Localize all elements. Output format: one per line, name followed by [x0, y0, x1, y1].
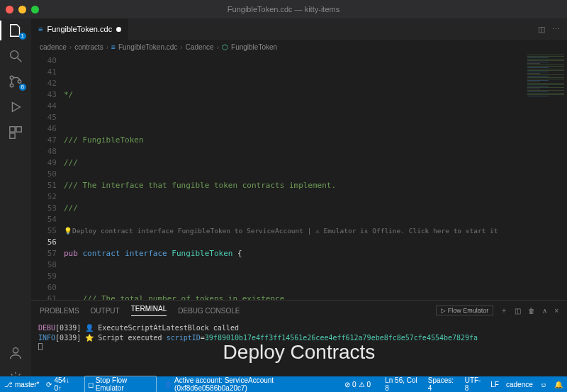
more-actions-icon[interactable]: ⋯ [552, 25, 560, 34]
git-sync[interactable]: ⟳454↓ 0↑ [46, 376, 77, 392]
codelens-hint[interactable]: 💡Deploy contract interface FungibleToken… [64, 225, 567, 237]
tab-problems[interactable]: PROBLEMS [40, 307, 79, 315]
main-area: 1 8 ≡ FungibleToken.cdc [0, 18, 567, 392]
svg-point-3 [10, 84, 13, 87]
breadcrumb-item[interactable]: contracts [74, 43, 103, 51]
tab-actions: ◫ ⋯ [538, 25, 567, 34]
svg-point-2 [10, 76, 13, 79]
code-editor[interactable]: 4041424344454647484950515253545556575859… [31, 54, 567, 300]
breadcrumb-item[interactable]: FungibleToken [231, 43, 277, 51]
language-mode[interactable]: cadence [506, 381, 533, 388]
stop-emulator-button[interactable]: ◻ Stop Flow Emulator [84, 376, 157, 392]
tab-terminal[interactable]: TERMINAL [131, 305, 167, 316]
feedback-icon[interactable]: ☺ [540, 381, 547, 388]
split-editor-icon[interactable]: ◫ [538, 25, 545, 34]
panel-tabs: PROBLEMS OUTPUT TERMINAL DEBUG CONSOLE ▷… [31, 301, 567, 320]
maximize-panel-icon[interactable]: ∧ [542, 307, 547, 315]
svg-rect-6 [16, 127, 21, 132]
close-panel-icon[interactable]: × [554, 307, 558, 315]
breadcrumb[interactable]: cadence› contracts› ≡FungibleToken.cdc› … [31, 40, 567, 54]
window-title: FungibleToken.cdc — kitty-items [0, 5, 567, 13]
minimap[interactable] [524, 54, 567, 300]
sync-icon: ⟳ [46, 381, 52, 388]
breadcrumb-item[interactable]: FungibleToken.cdc [118, 43, 177, 51]
svg-rect-7 [10, 133, 15, 138]
svg-point-8 [13, 348, 18, 353]
notifications-icon[interactable]: 🔔 [554, 381, 563, 388]
svg-line-1 [18, 58, 22, 62]
extensions-icon[interactable] [8, 125, 23, 140]
scm-badge: 8 [19, 84, 26, 91]
active-account[interactable]: 👤Active account: ServiceAccount (0xf8d6e… [164, 376, 337, 392]
editor-tabs: ≡ FungibleToken.cdc ◫ ⋯ [31, 18, 567, 40]
tab-output[interactable]: OUTPUT [91, 307, 120, 315]
explorer-badge: 1 [19, 33, 26, 40]
explorer-icon[interactable]: 1 [8, 23, 23, 38]
dirty-indicator [116, 27, 121, 32]
errors-status[interactable]: ⊘0 ⚠0 [344, 381, 371, 388]
split-terminal-icon[interactable]: ◫ [515, 307, 521, 315]
svg-point-0 [11, 51, 18, 59]
file-icon: ≡ [38, 25, 43, 33]
activity-bar: 1 8 [0, 18, 31, 392]
person-icon: 👤 [164, 381, 172, 388]
warning-icon: ⚠ [359, 381, 365, 388]
account-icon[interactable] [8, 345, 23, 361]
presentation-overlay: Deploy Contracts [31, 341, 567, 364]
svg-rect-5 [10, 127, 15, 132]
branch-icon: ⎇ [4, 381, 13, 388]
gutter: 4041424344454647484950515253545556575859… [31, 54, 64, 300]
breadcrumb-item[interactable]: cadence [40, 43, 67, 51]
tab-debug-console[interactable]: DEBUG CONSOLE [178, 307, 240, 315]
file-tab[interactable]: ≡ FungibleToken.cdc [31, 18, 129, 40]
eol[interactable]: LF [490, 381, 499, 388]
code-content[interactable]: */ /// FungibleToken /// /// The interfa… [64, 54, 567, 300]
spaces-setting[interactable]: Spaces: 4 [428, 376, 458, 392]
encoding[interactable]: UTF-8 [465, 376, 484, 392]
cursor-position[interactable]: Ln 56, Col 8 [385, 376, 421, 392]
debug-icon[interactable] [8, 99, 23, 115]
breadcrumb-item[interactable]: Cadence [186, 43, 214, 51]
new-terminal-icon[interactable]: ＋ [500, 306, 507, 315]
search-icon[interactable] [8, 48, 23, 64]
status-bar: ⎇master* ⟳454↓ 0↑ ◻ Stop Flow Emulator 👤… [0, 376, 567, 392]
error-icon: ⊘ [344, 381, 350, 388]
svg-point-4 [18, 80, 21, 84]
git-branch[interactable]: ⎇master* [4, 381, 39, 388]
file-tab-label: FungibleToken.cdc [47, 25, 112, 33]
titlebar: FungibleToken.cdc — kitty-items [0, 0, 567, 18]
kill-terminal-icon[interactable]: 🗑 [528, 307, 535, 315]
source-control-icon[interactable]: 8 [8, 74, 23, 89]
terminal-selector[interactable]: ▷ Flow Emulator [436, 306, 493, 315]
editor-area: ≡ FungibleToken.cdc ◫ ⋯ cadence› contrac… [31, 18, 567, 392]
